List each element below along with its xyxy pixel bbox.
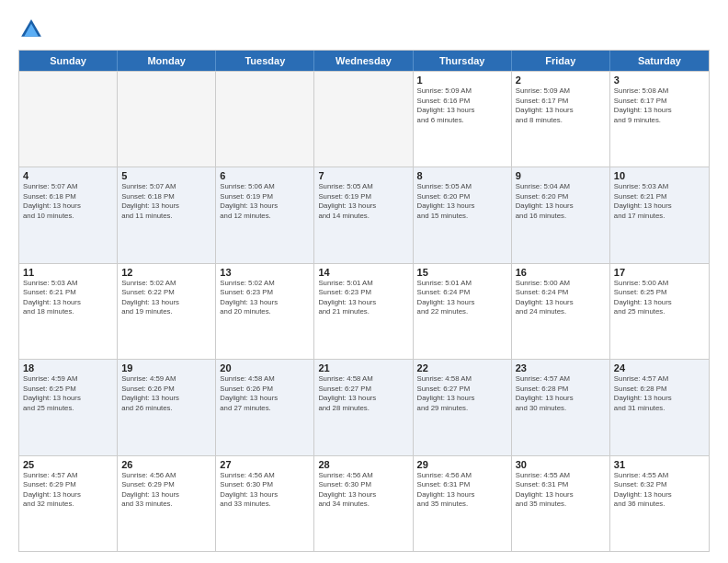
weekday-header-sunday: Sunday — [19, 51, 118, 71]
day-cell-22: 22Sunrise: 4:58 AM Sunset: 6:27 PM Dayli… — [414, 360, 512, 454]
day-number: 14 — [318, 267, 408, 278]
day-number: 29 — [417, 459, 507, 470]
day-cell-28: 28Sunrise: 4:56 AM Sunset: 6:30 PM Dayli… — [314, 456, 413, 551]
day-info: Sunrise: 5:00 AM Sunset: 6:25 PM Dayligh… — [614, 279, 705, 317]
day-info: Sunrise: 5:04 AM Sunset: 6:20 PM Dayligh… — [516, 182, 606, 221]
day-info: Sunrise: 5:03 AM Sunset: 6:21 PM Dayligh… — [614, 182, 705, 221]
calendar-body: 1Sunrise: 5:09 AM Sunset: 6:16 PM Daylig… — [19, 71, 709, 551]
empty-cell — [19, 72, 118, 167]
day-number: 15 — [417, 267, 507, 278]
day-cell-10: 10Sunrise: 5:03 AM Sunset: 6:21 PM Dayli… — [610, 167, 709, 262]
day-info: Sunrise: 4:58 AM Sunset: 6:27 PM Dayligh… — [417, 374, 507, 413]
day-info: Sunrise: 5:03 AM Sunset: 6:21 PM Dayligh… — [23, 279, 113, 317]
day-cell-13: 13Sunrise: 5:02 AM Sunset: 6:23 PM Dayli… — [216, 264, 314, 359]
logo-icon — [18, 17, 44, 42]
day-info: Sunrise: 5:01 AM Sunset: 6:23 PM Dayligh… — [318, 279, 408, 317]
day-info: Sunrise: 4:56 AM Sunset: 6:30 PM Dayligh… — [318, 471, 408, 510]
day-cell-17: 17Sunrise: 5:00 AM Sunset: 6:25 PM Dayli… — [610, 264, 709, 359]
day-number: 30 — [516, 459, 606, 470]
day-number: 10 — [614, 170, 705, 181]
empty-cell — [118, 72, 216, 167]
day-cell-31: 31Sunrise: 4:55 AM Sunset: 6:32 PM Dayli… — [610, 456, 709, 551]
day-number: 31 — [614, 459, 705, 470]
day-number: 18 — [23, 362, 113, 373]
calendar: SundayMondayTuesdayWednesdayThursdayFrid… — [18, 50, 710, 552]
day-number: 6 — [220, 170, 310, 181]
day-info: Sunrise: 4:56 AM Sunset: 6:31 PM Dayligh… — [417, 471, 507, 510]
day-number: 23 — [516, 362, 606, 373]
day-info: Sunrise: 5:07 AM Sunset: 6:18 PM Dayligh… — [23, 182, 113, 221]
day-cell-21: 21Sunrise: 4:58 AM Sunset: 6:27 PM Dayli… — [314, 360, 413, 454]
day-number: 9 — [516, 170, 606, 181]
day-number: 4 — [23, 170, 113, 181]
day-number: 7 — [318, 170, 408, 181]
day-cell-5: 5Sunrise: 5:07 AM Sunset: 6:18 PM Daylig… — [118, 167, 216, 262]
day-info: Sunrise: 5:05 AM Sunset: 6:19 PM Dayligh… — [318, 182, 408, 221]
day-number: 27 — [220, 459, 310, 470]
day-info: Sunrise: 4:57 AM Sunset: 6:28 PM Dayligh… — [614, 374, 705, 413]
day-cell-16: 16Sunrise: 5:00 AM Sunset: 6:24 PM Dayli… — [512, 264, 610, 359]
calendar-row-4: 25Sunrise: 4:57 AM Sunset: 6:29 PM Dayli… — [19, 455, 709, 551]
day-number: 17 — [614, 267, 705, 278]
day-info: Sunrise: 4:55 AM Sunset: 6:31 PM Dayligh… — [516, 471, 606, 510]
day-info: Sunrise: 5:06 AM Sunset: 6:19 PM Dayligh… — [220, 182, 310, 221]
weekday-header-friday: Friday — [512, 51, 610, 71]
day-cell-15: 15Sunrise: 5:01 AM Sunset: 6:24 PM Dayli… — [414, 264, 512, 359]
day-number: 1 — [417, 75, 507, 86]
day-number: 25 — [23, 459, 113, 470]
day-number: 12 — [121, 267, 211, 278]
day-cell-18: 18Sunrise: 4:59 AM Sunset: 6:25 PM Dayli… — [19, 360, 118, 454]
day-info: Sunrise: 5:08 AM Sunset: 6:17 PM Dayligh… — [614, 86, 705, 125]
day-cell-2: 2Sunrise: 5:09 AM Sunset: 6:17 PM Daylig… — [512, 72, 610, 167]
day-info: Sunrise: 5:07 AM Sunset: 6:18 PM Dayligh… — [121, 182, 211, 221]
calendar-row-0: 1Sunrise: 5:09 AM Sunset: 6:16 PM Daylig… — [19, 71, 709, 167]
weekday-header-thursday: Thursday — [414, 51, 512, 71]
day-info: Sunrise: 5:00 AM Sunset: 6:24 PM Dayligh… — [516, 279, 606, 317]
day-number: 5 — [121, 170, 211, 181]
day-info: Sunrise: 4:57 AM Sunset: 6:28 PM Dayligh… — [516, 374, 606, 413]
day-info: Sunrise: 5:05 AM Sunset: 6:20 PM Dayligh… — [417, 182, 507, 221]
day-cell-30: 30Sunrise: 4:55 AM Sunset: 6:31 PM Dayli… — [512, 456, 610, 551]
calendar-row-1: 4Sunrise: 5:07 AM Sunset: 6:18 PM Daylig… — [19, 167, 709, 262]
logo — [18, 17, 48, 42]
day-cell-1: 1Sunrise: 5:09 AM Sunset: 6:16 PM Daylig… — [414, 72, 512, 167]
day-cell-24: 24Sunrise: 4:57 AM Sunset: 6:28 PM Dayli… — [610, 360, 709, 454]
calendar-row-2: 11Sunrise: 5:03 AM Sunset: 6:21 PM Dayli… — [19, 263, 709, 359]
day-info: Sunrise: 4:58 AM Sunset: 6:26 PM Dayligh… — [220, 374, 310, 413]
day-info: Sunrise: 4:58 AM Sunset: 6:27 PM Dayligh… — [318, 374, 408, 413]
day-number: 22 — [417, 362, 507, 373]
day-number: 26 — [121, 459, 211, 470]
day-cell-12: 12Sunrise: 5:02 AM Sunset: 6:22 PM Dayli… — [118, 264, 216, 359]
day-number: 20 — [220, 362, 310, 373]
day-info: Sunrise: 4:57 AM Sunset: 6:29 PM Dayligh… — [23, 471, 113, 510]
day-cell-6: 6Sunrise: 5:06 AM Sunset: 6:19 PM Daylig… — [216, 167, 314, 262]
day-number: 16 — [516, 267, 606, 278]
page: SundayMondayTuesdayWednesdayThursdayFrid… — [0, 0, 728, 563]
day-cell-4: 4Sunrise: 5:07 AM Sunset: 6:18 PM Daylig… — [19, 167, 118, 262]
day-info: Sunrise: 4:59 AM Sunset: 6:26 PM Dayligh… — [121, 374, 211, 413]
calendar-row-3: 18Sunrise: 4:59 AM Sunset: 6:25 PM Dayli… — [19, 359, 709, 454]
day-info: Sunrise: 5:01 AM Sunset: 6:24 PM Dayligh… — [417, 279, 507, 317]
day-info: Sunrise: 5:09 AM Sunset: 6:17 PM Dayligh… — [516, 86, 606, 125]
day-info: Sunrise: 5:02 AM Sunset: 6:22 PM Dayligh… — [121, 279, 211, 317]
day-number: 3 — [614, 75, 705, 86]
day-number: 19 — [121, 362, 211, 373]
day-info: Sunrise: 5:02 AM Sunset: 6:23 PM Dayligh… — [220, 279, 310, 317]
day-info: Sunrise: 4:56 AM Sunset: 6:30 PM Dayligh… — [220, 471, 310, 510]
day-cell-14: 14Sunrise: 5:01 AM Sunset: 6:23 PM Dayli… — [314, 264, 413, 359]
day-cell-3: 3Sunrise: 5:08 AM Sunset: 6:17 PM Daylig… — [610, 72, 709, 167]
day-number: 13 — [220, 267, 310, 278]
empty-cell — [216, 72, 314, 167]
day-cell-8: 8Sunrise: 5:05 AM Sunset: 6:20 PM Daylig… — [414, 167, 512, 262]
day-info: Sunrise: 4:59 AM Sunset: 6:25 PM Dayligh… — [23, 374, 113, 413]
day-number: 2 — [516, 75, 606, 86]
day-cell-9: 9Sunrise: 5:04 AM Sunset: 6:20 PM Daylig… — [512, 167, 610, 262]
day-cell-20: 20Sunrise: 4:58 AM Sunset: 6:26 PM Dayli… — [216, 360, 314, 454]
weekday-header-monday: Monday — [118, 51, 216, 71]
day-cell-26: 26Sunrise: 4:56 AM Sunset: 6:29 PM Dayli… — [118, 456, 216, 551]
day-cell-25: 25Sunrise: 4:57 AM Sunset: 6:29 PM Dayli… — [19, 456, 118, 551]
day-cell-23: 23Sunrise: 4:57 AM Sunset: 6:28 PM Dayli… — [512, 360, 610, 454]
day-cell-7: 7Sunrise: 5:05 AM Sunset: 6:19 PM Daylig… — [314, 167, 413, 262]
day-number: 21 — [318, 362, 408, 373]
calendar-header: SundayMondayTuesdayWednesdayThursdayFrid… — [19, 51, 709, 71]
